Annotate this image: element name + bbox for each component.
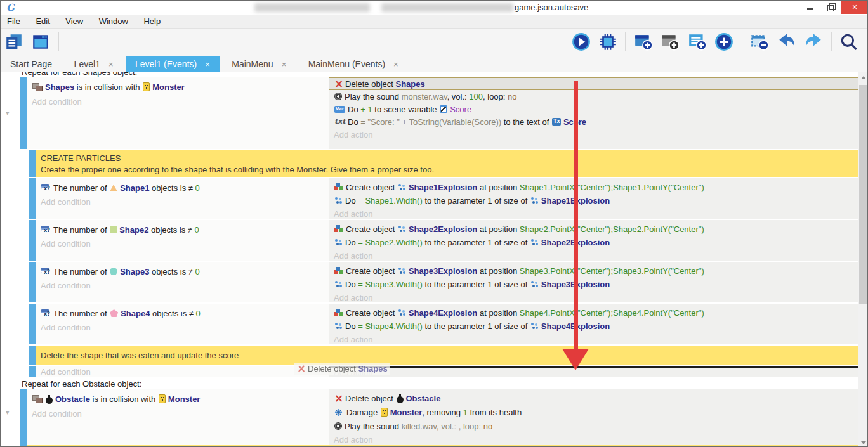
- remove-instance-icon[interactable]: [750, 32, 769, 51]
- triangle-icon: [110, 185, 117, 191]
- comment-create-particles[interactable]: CREATE PARTICLES Create the proper one a…: [36, 150, 858, 177]
- condition-shapes-collision[interactable]: Shapes is in collision with Monster: [32, 81, 185, 93]
- collapse-arrow-icon[interactable]: ▾: [6, 408, 10, 417]
- menu-file[interactable]: File: [1, 15, 27, 29]
- menu-bar: File Edit View Window Help: [1, 15, 867, 29]
- play-icon[interactable]: [572, 32, 591, 51]
- tab-close-icon[interactable]: ×: [205, 56, 210, 72]
- subevent-indent-bar: [29, 220, 36, 261]
- count-icon: [41, 268, 51, 276]
- comment-title: CREATE PARTICLES: [41, 153, 121, 164]
- comment-text: Delete the shape that was eaten and upda…: [41, 350, 239, 361]
- tab-start-page[interactable]: Start Page: [1, 56, 62, 72]
- menu-help[interactable]: Help: [137, 15, 167, 29]
- toolbar-separator: [625, 32, 626, 51]
- shape3-actions: Create object Shape3Explosion at positio…: [329, 262, 858, 302]
- tab-mainmenu[interactable]: MainMenu×: [222, 56, 296, 72]
- vertical-scrollbar[interactable]: [858, 72, 868, 447]
- action-set-text[interactable]: Do = "Score: " + ToString(Variable(Score…: [334, 116, 586, 128]
- tab-close-icon[interactable]: ×: [109, 56, 114, 72]
- drop-indicator-line: [329, 366, 858, 368]
- comment-delete-shape[interactable]: Delete the shape that was eaten and upda…: [36, 346, 858, 365]
- gdevelop-logo-icon: G: [6, 2, 15, 13]
- scroll-up-arrow-icon[interactable]: [858, 72, 868, 82]
- particles-icon: [530, 280, 539, 288]
- restore-button[interactable]: [821, 1, 839, 14]
- condition-count-shape1[interactable]: The number of Shape1 objects is ≠ 0: [41, 182, 200, 194]
- close-button[interactable]: ×: [841, 1, 868, 14]
- action-resize-shape2explosion[interactable]: Do = Shape2.Width() to the parameter 1 o…: [334, 236, 610, 249]
- tab-level1-events[interactable]: Level1 (Events)×: [126, 56, 220, 72]
- collision-icon: [32, 395, 43, 403]
- menu-view[interactable]: View: [59, 15, 89, 29]
- undo-icon[interactable]: [777, 32, 796, 51]
- count-icon: [41, 226, 51, 234]
- drag-annotation-arrowhead: [562, 349, 589, 370]
- shape1-actions: Create object Shape1Explosion at positio…: [329, 178, 858, 219]
- add-condition-link[interactable]: Add condition: [41, 366, 91, 378]
- add-scene-icon[interactable]: [634, 32, 653, 51]
- search-icon[interactable]: [839, 32, 858, 51]
- condition-count-shape2[interactable]: The number of Shape2 objects is ≠ 0: [41, 224, 199, 236]
- tab-mainmenu-events[interactable]: MainMenu (Events)×: [299, 56, 408, 72]
- action-delete-obstacle[interactable]: Delete object Obstacle: [334, 392, 440, 405]
- add-external-layout-icon[interactable]: [661, 32, 680, 51]
- particles-icon: [530, 238, 539, 246]
- add-condition-link[interactable]: Add condition: [32, 408, 82, 420]
- add-object-icon[interactable]: [714, 32, 733, 51]
- comment-body: Create the proper one according to the s…: [41, 164, 434, 176]
- add-action-link[interactable]: Add action: [334, 129, 372, 141]
- monster-icon: [143, 82, 150, 91]
- action-create-shape3explosion[interactable]: Create object Shape3Explosion at positio…: [334, 265, 704, 277]
- redo-icon[interactable]: [804, 32, 823, 51]
- collapse-arrow-icon[interactable]: ▾: [6, 109, 10, 117]
- action-resize-shape3explosion[interactable]: Do = Shape3.Width() to the parameter 1 o…: [334, 278, 610, 290]
- action-create-shape2explosion[interactable]: Create object Shape2Explosion at positio…: [334, 223, 704, 235]
- scroll-down-arrow-icon[interactable]: [858, 437, 868, 447]
- particles-icon: [530, 197, 539, 204]
- action-resize-shape4explosion[interactable]: Do = Shape4.Width() to the parameter 1 o…: [334, 320, 610, 332]
- add-action-link[interactable]: Add action: [334, 434, 372, 446]
- menu-edit[interactable]: Edit: [29, 15, 56, 29]
- scene-editor-icon[interactable]: [31, 32, 50, 51]
- add-action-link[interactable]: Add action: [334, 292, 372, 304]
- action-scene-variable[interactable]: Do + 1 to scene variable Score: [334, 103, 471, 115]
- action-create-shape4explosion[interactable]: Create object Shape4Explosion at positio…: [334, 307, 704, 319]
- tab-close-icon[interactable]: ×: [282, 56, 287, 72]
- scrollbar-thumb[interactable]: [859, 85, 868, 304]
- add-condition-link[interactable]: Add condition: [32, 96, 82, 108]
- damage-icon: [334, 408, 343, 417]
- selected-action-row[interactable]: Delete object Shapes: [329, 77, 858, 90]
- action-play-sound-killed[interactable]: Play the sound killed.wav, vol.: , loop:…: [334, 420, 492, 432]
- condition-obstacle-collision[interactable]: Obstacle is in collision with Monster: [32, 393, 200, 405]
- minimize-button[interactable]: [801, 1, 819, 14]
- text-action-icon: [334, 118, 345, 126]
- add-action-link[interactable]: Add action: [334, 209, 372, 220]
- add-condition-link[interactable]: Add condition: [41, 238, 91, 250]
- variable-icon: [334, 106, 345, 113]
- tab-close-icon[interactable]: ×: [393, 56, 398, 72]
- add-condition-link[interactable]: Add condition: [41, 197, 91, 208]
- drag-ghost-delete-shapes[interactable]: Delete object Shapes: [294, 363, 390, 375]
- condition-count-shape3[interactable]: The number of Shape3 objects is ≠ 0: [41, 266, 200, 278]
- menu-window[interactable]: Window: [93, 15, 135, 29]
- add-action-link[interactable]: Add action: [334, 334, 372, 346]
- debug-icon[interactable]: [598, 32, 617, 51]
- project-manager-icon[interactable]: [4, 32, 23, 51]
- action-resize-shape1explosion[interactable]: Do = Shape1.Width() to the parameter 1 o…: [334, 195, 610, 207]
- add-external-events-icon[interactable]: [688, 32, 707, 51]
- clipped-event-header: Repeat for each Shapes object:: [1, 72, 331, 77]
- action-damage-monster[interactable]: Damage Monster, removing 1 from its heal…: [334, 406, 522, 418]
- action-delete-shapes[interactable]: Delete object Shapes: [334, 78, 425, 90]
- add-condition-link[interactable]: Add condition: [41, 322, 91, 334]
- drop-row-conditions: Add condition: [36, 366, 329, 377]
- subevent-indent-bar: [29, 178, 36, 219]
- condition-count-shape4[interactable]: The number of Shape4 objects is ≠ 0: [41, 308, 201, 320]
- event2-header[interactable]: Repeat for each Obstacle object:: [22, 379, 141, 389]
- action-play-sound[interactable]: Play the sound monster.wav, vol.: 100, l…: [334, 91, 517, 103]
- add-condition-link[interactable]: Add condition: [41, 280, 91, 292]
- tab-level1[interactable]: Level1×: [65, 56, 123, 72]
- particles-icon: [398, 267, 406, 275]
- add-action-link[interactable]: Add action: [334, 250, 372, 262]
- action-create-shape1explosion[interactable]: Create object Shape1Explosion at positio…: [334, 181, 704, 193]
